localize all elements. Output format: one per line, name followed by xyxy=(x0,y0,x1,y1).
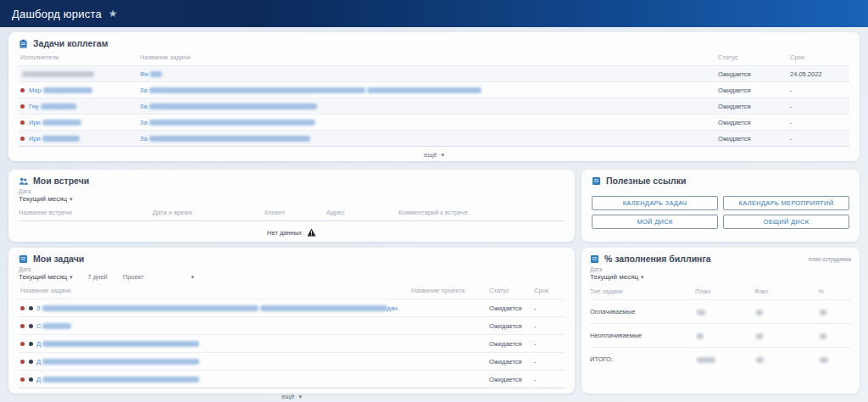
col-plan: План xyxy=(695,288,754,295)
filter-label: Дата xyxy=(19,266,565,273)
table-row: ИТОГО: xyxy=(590,347,851,371)
task-list-icon xyxy=(19,254,28,264)
redacted-value xyxy=(756,310,763,315)
executor-link[interactable]: Мар xyxy=(29,87,92,94)
panel-title: Задачи коллегам xyxy=(33,38,108,48)
task-link[interactable]: За xyxy=(140,119,315,126)
task-link[interactable]: С xyxy=(36,322,71,330)
col-task-type: Тип задачи xyxy=(590,288,695,295)
executor-link[interactable]: Ири xyxy=(29,119,81,126)
redacted-executor xyxy=(43,87,92,93)
show-more-button[interactable]: ещё ▾ xyxy=(19,146,849,161)
task-type-cell: Оплачиваемые xyxy=(590,308,695,315)
events-calendar-button[interactable]: КАЛЕНДАРЬ МЕРОПРИЯТИЙ xyxy=(723,196,849,210)
days-filter[interactable]: 7 дней xyxy=(88,273,108,281)
panel-my-meetings: Мои встречи Дата Текущий месяц▾ Название… xyxy=(8,170,575,242)
panel-billing: % заполнения биллинга план сотрудника Да… xyxy=(581,248,860,394)
redacted-executor xyxy=(42,120,81,126)
table-row: Оплачиваемые xyxy=(590,299,851,323)
redacted-task xyxy=(42,359,199,365)
redacted-executor xyxy=(22,71,94,77)
table-header: Название задачи Название проекта Статус … xyxy=(19,282,565,299)
col-fact: Факт xyxy=(754,288,818,295)
col-due: Срок xyxy=(790,53,849,61)
status-dot-icon xyxy=(20,377,25,382)
month-filter-dropdown[interactable]: Текущий месяц▾ xyxy=(590,273,851,282)
shared-disk-button[interactable]: ОБЩИЙ ДИСК xyxy=(723,215,849,229)
status-cell: Ожидается xyxy=(489,304,534,312)
redacted-value xyxy=(820,357,828,363)
due-cell: - xyxy=(534,322,565,330)
status-cell: Ожидается xyxy=(489,358,534,366)
executor-link[interactable]: Ири xyxy=(29,135,80,142)
redacted-value xyxy=(820,333,826,339)
col-executor: Исполнитель xyxy=(19,53,140,61)
status-dot-icon xyxy=(20,88,25,92)
col-task: Название задачи xyxy=(140,53,718,61)
top-bar: Дашборд юриста ★ xyxy=(0,0,868,27)
task-link[interactable]: Д xyxy=(36,340,199,348)
chevron-down-icon: ▾ xyxy=(641,274,644,280)
task-link[interactable]: Здач xyxy=(36,304,398,312)
redacted-value xyxy=(697,333,704,339)
clipboard-icon xyxy=(19,39,28,48)
col-task: Название задачи xyxy=(19,287,411,294)
links-icon xyxy=(592,176,601,186)
task-link[interactable]: Д xyxy=(36,358,199,366)
status-dot-icon xyxy=(20,120,25,125)
table-row: Д Ожидается - xyxy=(19,334,565,352)
redacted-task xyxy=(367,87,481,93)
due-cell: - xyxy=(790,135,849,142)
month-filter-dropdown[interactable]: Текущий месяц▾ xyxy=(19,195,565,204)
table-header: Исполнитель Название задачи Статус Срок xyxy=(19,48,849,65)
employee-plan-label[interactable]: план сотрудника xyxy=(809,256,851,262)
filter-label: Дата xyxy=(590,266,851,273)
task-link[interactable]: За xyxy=(140,87,481,94)
status-dot-icon xyxy=(20,342,25,346)
status-cell: Ожидается xyxy=(718,87,790,94)
task-link[interactable]: Фи xyxy=(140,70,162,78)
col-address: Адрес xyxy=(326,209,398,216)
table-row: Мар За Ожидается - xyxy=(19,81,849,98)
task-link[interactable]: За xyxy=(140,135,310,142)
chevron-down-icon: ▾ xyxy=(70,196,73,202)
month-filter-dropdown[interactable]: Текущий месяц▾ xyxy=(19,273,73,282)
task-link[interactable]: Д xyxy=(36,376,199,383)
redacted-value xyxy=(756,333,763,339)
chevron-down-icon: ▾ xyxy=(70,274,73,280)
redacted-task xyxy=(42,377,199,382)
table-row: С Ожидается - xyxy=(19,316,565,334)
executor-link[interactable]: Гну xyxy=(29,103,76,110)
redacted-task xyxy=(150,71,162,77)
project-filter[interactable]: Проект xyxy=(123,273,144,281)
redacted-task xyxy=(42,341,199,347)
redacted-task xyxy=(42,305,259,311)
billing-icon xyxy=(590,254,599,264)
project-dropdown-chevron-icon[interactable]: ▾ xyxy=(191,274,194,282)
table-header: Название встречи Дата и время Клиент Адр… xyxy=(19,204,565,221)
panel-title: Полезные ссылки xyxy=(606,176,686,186)
priority-dot-icon xyxy=(29,377,33,382)
task-link[interactable]: За xyxy=(140,103,317,110)
status-cell: Ожидается xyxy=(489,340,534,348)
tasks-calendar-button[interactable]: КАЛЕНДАРЬ ЗАДАЧ xyxy=(592,196,718,210)
priority-dot-icon xyxy=(29,342,33,346)
status-dot-icon xyxy=(20,324,25,328)
col-status: Статус xyxy=(489,287,534,294)
redacted-task xyxy=(149,87,365,93)
table-row: Гну За Ожидается - xyxy=(19,98,849,114)
people-icon xyxy=(19,176,28,186)
filter-label: Дата xyxy=(19,188,565,195)
col-percent: % xyxy=(818,288,851,295)
favorite-star-icon[interactable]: ★ xyxy=(108,8,118,20)
table-row: Д Ожидается - xyxy=(19,370,565,388)
status-dot-icon xyxy=(20,306,25,310)
due-cell: - xyxy=(790,119,849,126)
redacted-value xyxy=(756,357,764,363)
redacted-executor xyxy=(42,136,80,142)
show-more-button[interactable]: ещё ▾ xyxy=(19,388,565,402)
due-cell: 24.05.2022 xyxy=(790,70,849,78)
redacted-task xyxy=(149,136,310,142)
my-disk-button[interactable]: МОЙ ДИСК xyxy=(592,215,718,229)
col-meeting-name: Название встречи xyxy=(19,209,153,216)
